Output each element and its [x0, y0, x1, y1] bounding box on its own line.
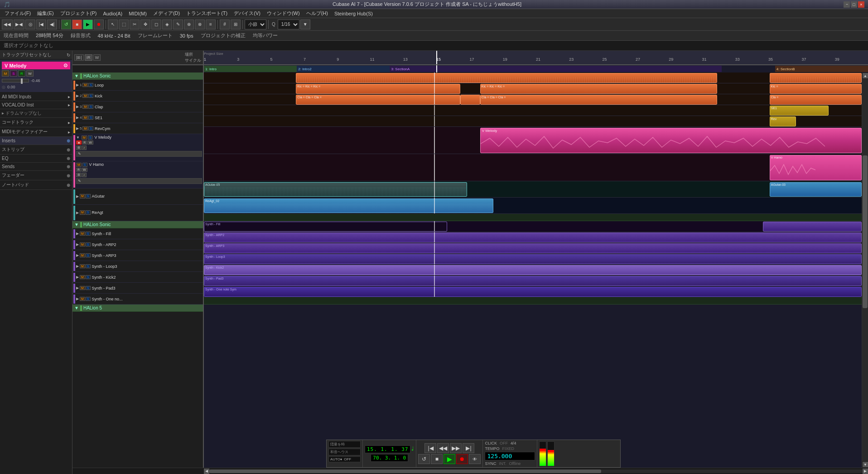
- inspector-inserts[interactable]: Inserts ⊕: [0, 137, 72, 145]
- menu-item-transport[interactable]: トランスポート(T): [183, 9, 230, 18]
- track-header-synth-fill[interactable]: ▶ M S Synth - Fill: [72, 228, 203, 239]
- clip-loop-1[interactable]: [296, 73, 717, 83]
- clip-revcym-1[interactable]: Rev: [770, 116, 796, 126]
- kick-s-btn[interactable]: S: [88, 94, 93, 98]
- inspector-midi-inputs[interactable]: All MIDI Inputs ▸: [0, 93, 72, 101]
- h-scroll-track[interactable]: [209, 469, 863, 473]
- clip-clap-3[interactable]: Cla = Cla = Cla =: [480, 95, 717, 105]
- revcym-s-btn[interactable]: S: [88, 126, 93, 131]
- synth-one-m-btn[interactable]: M: [80, 297, 85, 301]
- toolbar-rec-btn[interactable]: ⏺: [94, 19, 104, 29]
- track-s-btn[interactable]: S: [10, 70, 17, 77]
- bar-display-select[interactable]: 小節: [245, 19, 266, 29]
- track-header-loop[interactable]: ▶ 1 M S Loop: [72, 80, 203, 91]
- reagt-s-btn[interactable]: S: [86, 210, 91, 215]
- reagt-m-btn[interactable]: M: [80, 210, 85, 215]
- right-scrollbar[interactable]: ▲ ▼: [862, 73, 868, 468]
- agutar-m-btn[interactable]: M: [80, 194, 85, 198]
- scroll-right-btn[interactable]: ▶: [863, 469, 868, 474]
- volume-fader[interactable]: [2, 79, 29, 82]
- menu-item-help[interactable]: ヘルプ(H): [304, 9, 331, 18]
- clip-synth-arp2-1[interactable]: Synth - ARP2: [204, 232, 862, 242]
- synth-loop3-s-btn[interactable]: S: [86, 264, 91, 268]
- clip-synth-kick2-1[interactable]: Synth - Kick2: [204, 265, 862, 275]
- clip-synth-fill-1[interactable]: Synth - Fill: [204, 222, 447, 232]
- clip-synth-loop3-1[interactable]: Synth - Loop3: [204, 254, 862, 264]
- transport-forward-btn[interactable]: ▶▶: [450, 443, 462, 453]
- maximize-button[interactable]: □: [851, 1, 857, 8]
- toolbar-tool-1[interactable]: ↖: [108, 19, 118, 29]
- clip-loop-2[interactable]: [770, 73, 862, 83]
- track-header-synth-pad3[interactable]: ▶ M S Synth - Pad3: [72, 283, 203, 294]
- inspector-eq[interactable]: EQ ⊕: [0, 155, 72, 163]
- track-header-synth-arp2[interactable]: ▶ M S Synth - ARP2: [72, 239, 203, 250]
- scroll-thumb[interactable]: [863, 155, 868, 309]
- vhamo-m-btn[interactable]: M: [76, 163, 82, 167]
- synth-fill-m-btn[interactable]: M: [80, 232, 85, 236]
- loop-s-btn[interactable]: S: [88, 83, 93, 87]
- clip-agutar-1[interactable]: AGutar-05: [204, 182, 467, 197]
- toolbar-tool-2[interactable]: ⬚: [119, 19, 129, 29]
- menu-item-media[interactable]: メディア(D): [150, 9, 183, 18]
- transport-rewind-btn[interactable]: ◀◀: [437, 443, 449, 453]
- vhamo-s-btn[interactable]: S: [82, 163, 87, 167]
- halion-sonic-group-header-2[interactable]: ▼ HALion Sonic: [72, 221, 203, 228]
- vmelody-r-btn[interactable]: R: [82, 140, 87, 145]
- toolbar-tool-8[interactable]: ⊕: [184, 19, 194, 29]
- toolbar-tool-4[interactable]: ✥: [140, 19, 150, 29]
- pan-knob[interactable]: ◎: [2, 85, 5, 89]
- track-m-btn[interactable]: M: [2, 70, 9, 77]
- scroll-left-btn[interactable]: ◀: [204, 469, 209, 474]
- track-header-synth-one[interactable]: ▶ M S Synth - One no...: [72, 294, 203, 305]
- transport-to-end-btn[interactable]: ▶|: [463, 443, 474, 453]
- track-w-btn[interactable]: W: [26, 70, 34, 77]
- synth-kick2-s-btn[interactable]: S: [86, 275, 91, 279]
- vmelody-preset[interactable]: ✎: [76, 151, 202, 157]
- clip-agutar-2[interactable]: AGutar-03: [770, 182, 862, 197]
- clip-se1-1[interactable]: SE1: [770, 106, 829, 116]
- toolbar-btn-5[interactable]: ◀|: [47, 19, 57, 29]
- window-controls[interactable]: － □ ×: [844, 1, 864, 8]
- se1-s-btn[interactable]: S: [88, 116, 93, 120]
- kick-m-btn[interactable]: M: [82, 94, 88, 98]
- clip-kick-2[interactable]: Kic = Kic = Kic =: [480, 84, 717, 94]
- track-header-synth-arp3[interactable]: ▶ M S Synth - ARP3: [72, 250, 203, 261]
- menu-item-project[interactable]: プロジェクト(P): [58, 9, 100, 18]
- clap-s-btn[interactable]: S: [88, 105, 93, 109]
- vmelody-midi-btn[interactable]: ⊞: [76, 145, 82, 150]
- quantize-select[interactable]: 1/16: [278, 19, 299, 29]
- vmelody-w-btn[interactable]: W: [87, 140, 93, 145]
- inspector-power[interactable]: ⊙: [63, 63, 68, 68]
- toolbar-btn-3[interactable]: ◎: [25, 19, 35, 29]
- vmelody-m-btn[interactable]: M: [82, 135, 87, 140]
- toolbar-tool-5[interactable]: ◻: [151, 19, 161, 29]
- synth-arp3-s-btn[interactable]: S: [86, 253, 91, 257]
- inspector-strip[interactable]: ストリップ ⊕: [0, 145, 72, 155]
- clip-synth-arp3-1[interactable]: Synth - ARP3: [204, 243, 862, 253]
- scroll-track[interactable]: [862, 79, 868, 461]
- inspector-midi-modifier[interactable]: MIDIモディファイアー ▸: [0, 127, 72, 137]
- scroll-down-btn[interactable]: ▼: [863, 462, 868, 467]
- agutar-s-btn[interactable]: S: [86, 194, 91, 198]
- toolbar-cycle-btn[interactable]: ↺: [61, 19, 71, 29]
- track-header-kick[interactable]: ▶ 2 M S Kick: [72, 91, 203, 102]
- inspector-notepad[interactable]: ノートパッド ⊕: [0, 180, 72, 190]
- bottom-scrollbar[interactable]: ◀ ▶: [204, 468, 868, 474]
- toolbar-grid-btn[interactable]: #: [220, 19, 230, 29]
- track-header-vhamo[interactable]: M S V Hamo R W ⊞ ♪ ✎: [72, 161, 203, 189]
- revcym-m-btn[interactable]: M: [82, 126, 88, 131]
- synth-one-s-btn[interactable]: S: [86, 297, 91, 301]
- clip-clap-2[interactable]: [460, 95, 480, 105]
- clip-synth-one-1[interactable]: Synth - One note Sym: [204, 287, 862, 297]
- clip-vhamo-1[interactable]: V Hamo: [770, 155, 862, 180]
- synth-fill-s-btn[interactable]: S: [86, 232, 91, 236]
- track-header-reagt[interactable]: ▶ M S ReAgt: [72, 205, 203, 221]
- inspector-chord-track[interactable]: コードトラック ▸: [0, 118, 72, 127]
- synth-arp3-m-btn[interactable]: M: [80, 253, 85, 257]
- synth-kick2-m-btn[interactable]: M: [80, 275, 85, 279]
- h-scroll-thumb[interactable]: [209, 469, 601, 473]
- toolbar-tool-9[interactable]: ⊗: [195, 19, 205, 29]
- clip-kick-3[interactable]: Kic =: [770, 84, 862, 94]
- menu-item-file[interactable]: ファイル(F): [2, 9, 34, 18]
- track-header-vmelody[interactable]: ▼ M S V Melody ● R W ⊞: [72, 134, 203, 161]
